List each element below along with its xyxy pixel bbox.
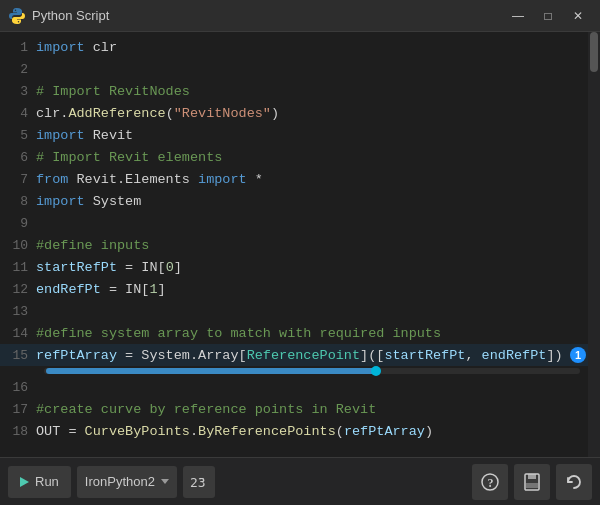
- line-number: 6: [0, 150, 36, 165]
- code-line-12: 12 endRefPt = IN[1]: [0, 278, 600, 300]
- line-content: clr.AddReference("RevitNodes"): [36, 106, 279, 121]
- code-line-11: 11 startRefPt = IN[0]: [0, 256, 600, 278]
- code-line-5: 5 import Revit: [0, 124, 600, 146]
- svg-rect-5: [526, 483, 538, 488]
- code-line-4: 4 clr.AddReference("RevitNodes"): [0, 102, 600, 124]
- code-line-10: 10 #define inputs: [0, 234, 600, 256]
- line-number: 18: [0, 424, 36, 439]
- title-bar: Python Script — □ ✕: [0, 0, 600, 32]
- line-content: from Revit.Elements import *: [36, 172, 263, 187]
- close-button[interactable]: ✕: [564, 5, 592, 27]
- code-line-17: 17 #create curve by reference points in …: [0, 398, 600, 420]
- code-line-16: 16: [0, 376, 600, 398]
- code-line-15: 15 refPtArray = System.Array[ReferencePo…: [0, 344, 600, 366]
- python-icon: [8, 7, 26, 25]
- line-number: 7: [0, 172, 36, 187]
- toolbar: Run IronPython2 2̈3 ?: [0, 457, 600, 505]
- line-number: 5: [0, 128, 36, 143]
- line-number: 17: [0, 402, 36, 417]
- engine-label: IronPython2: [85, 474, 155, 489]
- code-line-1: 1 import clr: [0, 36, 600, 58]
- engine-selector[interactable]: IronPython2: [77, 466, 177, 498]
- code-line-14: 14 #define system array to match with re…: [0, 322, 600, 344]
- code-line-13: 13: [0, 300, 600, 322]
- reset-button[interactable]: [556, 464, 592, 500]
- svg-text:?: ?: [488, 475, 494, 489]
- vscrollbar-track[interactable]: [588, 32, 600, 457]
- code-line-2: 2: [0, 58, 600, 80]
- line-content: startRefPt = IN[0]: [36, 260, 182, 275]
- line-content: #define inputs: [36, 238, 149, 253]
- line-content: endRefPt = IN[1]: [36, 282, 166, 297]
- hscrollbar-area[interactable]: [36, 366, 588, 376]
- line-number: 12: [0, 282, 36, 297]
- line-number: 16: [0, 380, 36, 395]
- line-number: 11: [0, 260, 36, 275]
- line-number: 2: [0, 62, 36, 77]
- help-icon: ?: [480, 472, 500, 492]
- hscrollbar-thumb[interactable]: [46, 368, 376, 374]
- line-content: import System: [36, 194, 141, 209]
- reset-icon: [564, 472, 584, 492]
- save-button[interactable]: [514, 464, 550, 500]
- code-line-9: 9: [0, 212, 600, 234]
- svg-text:2̈3: 2̈3: [190, 475, 206, 490]
- line-content: #define system array to match with requi…: [36, 326, 441, 341]
- line-number: 8: [0, 194, 36, 209]
- code-line-3: 3 # Import RevitNodes: [0, 80, 600, 102]
- line-number: 14: [0, 326, 36, 341]
- line-content: import clr: [36, 40, 117, 55]
- run-label: Run: [35, 474, 59, 489]
- line-content: refPtArray = System.Array[ReferencePoint…: [36, 348, 563, 363]
- code-line-6: 6 # Import Revit elements: [0, 146, 600, 168]
- line-content: # Import Revit elements: [36, 150, 222, 165]
- window-controls[interactable]: — □ ✕: [504, 5, 592, 27]
- line-number: 10: [0, 238, 36, 253]
- minimize-button[interactable]: —: [504, 5, 532, 27]
- maximize-button[interactable]: □: [534, 5, 562, 27]
- line-content: OUT = CurveByPoints.ByReferencePoints(re…: [36, 424, 433, 439]
- line-number: 13: [0, 304, 36, 319]
- code-line-7: 7 from Revit.Elements import *: [0, 168, 600, 190]
- refresh-icon: 2̈3: [188, 471, 210, 493]
- code-line-8: 8 import System: [0, 190, 600, 212]
- line-content: # Import RevitNodes: [36, 84, 190, 99]
- chevron-down-icon: [161, 479, 169, 484]
- help-button[interactable]: ?: [472, 464, 508, 500]
- line-number: 9: [0, 216, 36, 231]
- line-content: import Revit: [36, 128, 133, 143]
- vscrollbar-thumb[interactable]: [590, 32, 598, 72]
- line-number: 4: [0, 106, 36, 121]
- line-number: 3: [0, 84, 36, 99]
- code-line-18: 18 OUT = CurveByPoints.ByReferencePoints…: [0, 420, 600, 442]
- svg-rect-4: [528, 474, 536, 479]
- save-icon: [522, 472, 542, 492]
- hscrollbar-handle[interactable]: [371, 366, 381, 376]
- refresh-button[interactable]: 2̈3: [183, 466, 215, 498]
- code-editor[interactable]: 1 import clr 2 3 # Import RevitNodes 4 c…: [0, 32, 600, 457]
- annotation-badge: 1: [570, 347, 586, 363]
- line-content: #create curve by reference points in Rev…: [36, 402, 376, 417]
- line-number: 1: [0, 40, 36, 55]
- play-icon: [20, 477, 29, 487]
- window-title: Python Script: [32, 8, 504, 23]
- run-button[interactable]: Run: [8, 466, 71, 498]
- line-number: 15: [0, 348, 36, 363]
